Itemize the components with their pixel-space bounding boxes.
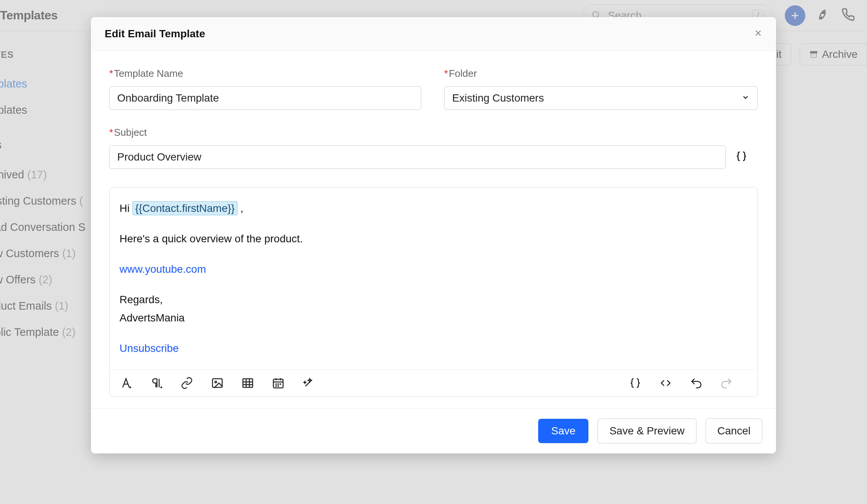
- code-view-icon[interactable]: [658, 375, 674, 391]
- svg-point-10: [130, 387, 131, 388]
- modal-header: Edit Email Template: [91, 17, 776, 51]
- modal-footer: Save Save & Preview Cancel: [91, 408, 776, 453]
- chevron-down-icon: [741, 92, 750, 104]
- subject-label: *Subject: [109, 127, 758, 138]
- modal-body: *Template Name *Folder Existing Customer…: [91, 51, 776, 408]
- close-button[interactable]: [754, 29, 762, 39]
- template-name-input[interactable]: [109, 86, 421, 110]
- calendar-icon[interactable]: [270, 375, 286, 391]
- undo-icon[interactable]: [688, 375, 704, 391]
- svg-point-27: [280, 384, 281, 385]
- text-style-icon[interactable]: [118, 375, 134, 391]
- folder-label: *Folder: [444, 68, 758, 79]
- editor-link-youtube[interactable]: www.youtube.com: [120, 263, 206, 275]
- save-button[interactable]: Save: [538, 419, 588, 443]
- editor-line-regards: Regards,: [120, 292, 747, 308]
- folder-select[interactable]: Existing Customers: [444, 86, 758, 110]
- merge-tag[interactable]: {{Contact.firstName}}: [132, 201, 237, 215]
- link-icon[interactable]: [179, 375, 195, 391]
- svg-rect-14: [212, 379, 222, 388]
- folder-select-value: Existing Customers: [452, 92, 544, 104]
- editor-link-unsubscribe[interactable]: Unsubscribe: [120, 342, 179, 354]
- svg-point-15: [215, 381, 217, 383]
- subject-input[interactable]: [109, 145, 726, 169]
- editor-line-overview: Here's a quick overview of the product.: [120, 231, 747, 247]
- editor-line-greeting: Hi {{Contact.firstName}} ,: [120, 200, 747, 216]
- redo-icon[interactable]: [719, 375, 735, 391]
- svg-point-13: [161, 387, 162, 388]
- editor-container: Hi {{Contact.firstName}} , Here's a quic…: [109, 187, 758, 397]
- insert-placeholder-button[interactable]: [735, 150, 748, 164]
- svg-point-26: [278, 384, 279, 385]
- template-name-label: *Template Name: [109, 68, 421, 79]
- insert-variable-icon[interactable]: [627, 375, 643, 391]
- svg-point-28: [276, 386, 276, 386]
- paragraph-style-icon[interactable]: [148, 375, 164, 391]
- save-preview-button[interactable]: Save & Preview: [598, 418, 696, 444]
- cancel-button[interactable]: Cancel: [706, 418, 762, 444]
- email-body-editor[interactable]: Hi {{Contact.firstName}} , Here's a quic…: [110, 188, 757, 369]
- magic-wand-icon[interactable]: [301, 375, 317, 391]
- svg-point-29: [278, 386, 279, 386]
- svg-point-25: [276, 384, 276, 385]
- edit-template-modal: Edit Email Template *Template Name *Fold…: [91, 17, 776, 453]
- table-icon[interactable]: [240, 375, 256, 391]
- svg-rect-16: [243, 379, 253, 388]
- image-icon[interactable]: [209, 375, 225, 391]
- modal-title: Edit Email Template: [105, 28, 205, 40]
- editor-toolbar: [110, 369, 757, 396]
- editor-line-signature: AdvertsMania: [120, 310, 747, 326]
